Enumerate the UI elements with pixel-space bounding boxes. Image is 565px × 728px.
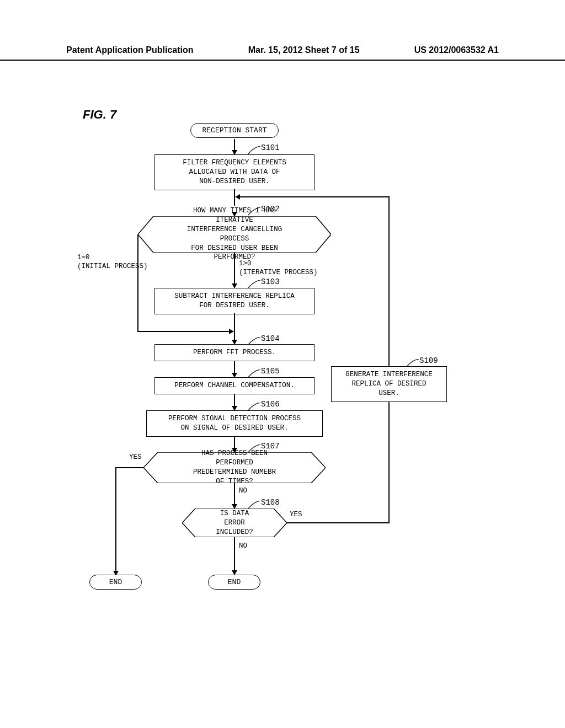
- arrow: [234, 361, 235, 374]
- header-center: Mar. 15, 2012 Sheet 7 of 15: [248, 45, 360, 55]
- process-s103: SUBTRACT INTERFERENCE REPLICA FOR DESIRE…: [154, 288, 315, 314]
- s101-text: FILTER FREQUENCY ELEMENTS ALLOCATED WITH…: [183, 159, 286, 185]
- step-label-s103: S103: [261, 277, 280, 286]
- decision-s108: IS DATA ERROR INCLUDED?: [182, 508, 287, 537]
- edge-label-s108-no: NO: [239, 542, 247, 550]
- arrow: [137, 331, 230, 332]
- arrow: [388, 402, 390, 523]
- arrow: [234, 436, 235, 449]
- arrow: [116, 467, 143, 468]
- arrow: [287, 522, 389, 523]
- arrow: [234, 537, 235, 571]
- step-label-s106: S106: [261, 400, 280, 409]
- step-label-s104: S104: [261, 334, 280, 343]
- arrow: [234, 253, 235, 285]
- page-header: Patent Application Publication Mar. 15, …: [0, 0, 565, 61]
- s105-text: PERFORM CHANNEL COMPENSATION.: [174, 382, 295, 389]
- arrowhead-icon: [229, 329, 234, 334]
- step-label-s109: S109: [419, 356, 438, 365]
- s107-text: HAS PROCESS BEEN PERFORMED PREDETERMINED…: [189, 449, 280, 486]
- start-text: RECEPTION START: [202, 126, 266, 135]
- arrow: [115, 467, 116, 572]
- edge-label-s108-yes: YES: [290, 511, 302, 518]
- arrow: [234, 394, 235, 407]
- s106-text: PERFORM SIGNAL DETECTION PROCESS ON SIGN…: [168, 415, 301, 432]
- arrow: [234, 483, 235, 505]
- process-s104: PERFORM FFT PROCESS.: [154, 344, 315, 361]
- edge-label-s107-yes: YES: [129, 453, 142, 461]
- arrow: [239, 196, 390, 197]
- decision-s107: HAS PROCESS BEEN PERFORMED PREDETERMINED…: [143, 452, 326, 483]
- header-right: US 2012/0063532 A1: [414, 45, 499, 55]
- step-label-s105: S105: [261, 367, 280, 376]
- arrow: [137, 234, 138, 331]
- arrow: [388, 196, 390, 366]
- arrow: [234, 139, 235, 151]
- process-s105: PERFORM CHANNEL COMPENSATION.: [154, 377, 315, 394]
- figure-label: FIG. 7: [83, 108, 116, 122]
- edge-label-s107-no: NO: [239, 487, 247, 495]
- end2-text: END: [228, 578, 241, 586]
- edge-label-ipos: i>0 (ITERATIVE PROCESS): [239, 259, 318, 277]
- s104-text: PERFORM FFT PROCESS.: [193, 349, 276, 356]
- start-terminal: RECEPTION START: [190, 123, 279, 138]
- end1-text: END: [109, 578, 122, 586]
- s103-text: SUBTRACT INTERFERENCE REPLICA FOR DESIRE…: [174, 292, 295, 309]
- end-terminal-1: END: [89, 575, 142, 590]
- s108-text: IS DATA ERROR INCLUDED?: [209, 509, 261, 537]
- step-label-s101: S101: [261, 143, 280, 152]
- process-s109: GENERATE INTERFERENCE REPLICA OF DESIRED…: [331, 366, 447, 402]
- decision-s102: HOW MANY TIMES i HAS ITERATIVE INTERFERE…: [138, 216, 331, 253]
- process-s101: FILTER FREQUENCY ELEMENTS ALLOCATED WITH…: [154, 154, 315, 190]
- arrow: [234, 313, 235, 341]
- step-label-s108: S108: [261, 498, 280, 507]
- process-s106: PERFORM SIGNAL DETECTION PROCESS ON SIGN…: [146, 410, 323, 437]
- end-terminal-2: END: [208, 575, 260, 590]
- s109-text: GENERATE INTERFERENCE REPLICA OF DESIRED…: [345, 371, 433, 397]
- header-left: Patent Application Publication: [66, 45, 194, 55]
